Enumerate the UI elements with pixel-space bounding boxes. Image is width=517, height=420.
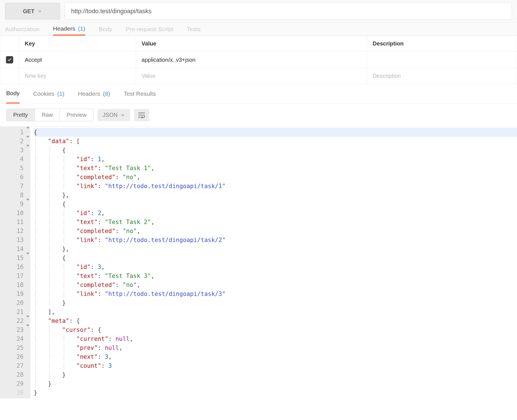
code-line: │ │ │ "id": 3, xyxy=(34,262,517,271)
fold-toggle-icon[interactable] xyxy=(26,127,29,136)
code-line: │ │ │ "id": 1, xyxy=(34,155,517,164)
code-line: │ │ │ "current": null, xyxy=(34,334,517,343)
code-line: │ │ } xyxy=(34,370,517,379)
code-line: │ } xyxy=(34,379,517,388)
wrap-lines-button[interactable] xyxy=(134,109,149,121)
line-number: 26 xyxy=(7,352,29,361)
http-method-label: GET xyxy=(23,8,34,15)
chevron-down-icon xyxy=(121,113,125,117)
headers-col-toggle xyxy=(0,36,19,52)
header-enable-checkbox[interactable] xyxy=(6,56,13,63)
code-line: │ │ }, xyxy=(34,245,517,254)
body-format-dropdown[interactable]: JSON xyxy=(97,109,130,121)
line-number: 2 xyxy=(7,137,29,146)
header-description-cell[interactable] xyxy=(367,52,517,68)
cookies-count-badge: (1) xyxy=(57,90,65,97)
fold-toggle-icon[interactable] xyxy=(26,136,29,145)
code-line: │ │ │ "completed": "no", xyxy=(34,173,517,182)
code-line: │ "data": [ xyxy=(34,137,517,146)
view-pretty[interactable]: Pretty xyxy=(6,109,35,121)
chevron-down-icon xyxy=(37,9,42,14)
line-number: 30 xyxy=(7,388,29,397)
code-line: │ │ │ "text": "Test Task 3", xyxy=(34,271,517,280)
header-key-cell[interactable]: Accept xyxy=(19,52,136,68)
line-number: 17 xyxy=(7,271,29,280)
line-number: 6 xyxy=(7,173,29,182)
headers-col-description: Description xyxy=(367,36,517,52)
code-line: │ │ │ "text": "Test Task 1", xyxy=(34,164,517,173)
line-number: 29 xyxy=(7,379,29,388)
resp-headers-count-badge: (8) xyxy=(103,90,110,97)
resp-tab-test-results[interactable]: Test Results xyxy=(124,84,156,103)
code-line: │ "meta": { xyxy=(34,316,517,325)
code-line: { xyxy=(34,128,517,137)
code-line: │ │ │ "link": "http://todo.test/dingoapi… xyxy=(34,289,517,298)
code-line: │ │ } xyxy=(34,298,517,307)
code-line: │ │ "cursor": { xyxy=(34,325,517,334)
line-number: 18 xyxy=(7,280,29,289)
tab-body[interactable]: Body xyxy=(99,23,112,35)
header-value-cell[interactable]: application/x..v3+json xyxy=(136,52,367,68)
fold-toggle-icon[interactable] xyxy=(26,316,29,324)
header-description-input[interactable]: Description xyxy=(367,68,517,84)
tab-prerequest[interactable]: Pre-request Script xyxy=(126,23,173,35)
code-line: │ │ { xyxy=(34,200,517,209)
code-line: │ │ }, xyxy=(34,191,517,200)
code-line: │ │ │ "id": 2, xyxy=(34,209,517,218)
line-number: 9 xyxy=(7,200,29,209)
fold-toggle-icon[interactable] xyxy=(26,253,29,261)
line-number: 3 xyxy=(7,146,29,155)
wrap-icon xyxy=(138,112,145,118)
response-body-source[interactable]: {│ "data": [│ │ {│ │ │ "id": 1,│ │ │ "te… xyxy=(30,127,517,398)
http-method-dropdown[interactable]: GET xyxy=(5,3,60,20)
fold-toggle-icon[interactable] xyxy=(26,325,29,333)
response-body-viewer: 1234567891011121314151617181920212223242… xyxy=(0,126,517,398)
code-line: │ │ │ "completed": "no", xyxy=(34,280,517,289)
resp-tab-headers[interactable]: Headers (8) xyxy=(78,84,110,103)
fold-toggle-icon[interactable] xyxy=(26,199,29,207)
line-number: 11 xyxy=(7,218,29,227)
line-number-gutter: 1234567891011121314151617181920212223242… xyxy=(0,127,30,398)
fold-toggle-icon[interactable] xyxy=(26,145,29,154)
code-line: } xyxy=(34,388,517,397)
body-format-label: JSON xyxy=(103,112,117,118)
tab-authorization[interactable]: Authorization xyxy=(5,23,40,35)
headers-count-badge: (1) xyxy=(78,25,85,32)
line-number: 1 xyxy=(7,128,29,137)
line-number: 16 xyxy=(7,262,29,271)
line-number: 4 xyxy=(7,155,29,164)
tab-headers[interactable]: Headers (1) xyxy=(53,23,85,36)
code-line: │ │ { xyxy=(34,146,517,155)
code-line: │ │ │ "link": "http://todo.test/dingoapi… xyxy=(34,236,517,245)
tab-tests[interactable]: Tests xyxy=(187,23,201,35)
resp-tab-body[interactable]: Body xyxy=(6,84,20,104)
view-preview[interactable]: Preview xyxy=(60,109,93,121)
code-line: │ │ { xyxy=(34,254,517,262)
code-line: │ │ │ "prev": null, xyxy=(34,343,517,352)
check-icon xyxy=(7,58,12,62)
line-number: 7 xyxy=(7,182,29,191)
line-number: 5 xyxy=(7,164,29,173)
line-number: 19 xyxy=(7,289,29,298)
header-value-input[interactable]: Value xyxy=(136,68,367,84)
code-line: │ │ │ "completed": "no", xyxy=(34,227,517,236)
request-url-input[interactable] xyxy=(65,3,512,20)
line-number: 21 xyxy=(7,307,29,316)
code-line: │ │ │ "next": 3, xyxy=(34,352,517,361)
response-toolbar: Pretty Raw Preview JSON xyxy=(0,104,517,126)
header-key-input[interactable]: New key xyxy=(19,68,136,84)
resp-tab-cookies[interactable]: Cookies (1) xyxy=(33,84,64,103)
line-number: 12 xyxy=(7,227,29,236)
code-line: │ │ │ "text": "Test Task 2", xyxy=(34,218,517,227)
line-number: 23 xyxy=(7,325,29,334)
request-bar: GET xyxy=(0,0,517,23)
line-number: 24 xyxy=(7,334,29,343)
headers-table: Key Value Description Accept application… xyxy=(0,36,517,84)
headers-col-key: Key xyxy=(19,36,136,52)
line-number: 25 xyxy=(7,343,29,352)
view-raw[interactable]: Raw xyxy=(35,109,60,121)
header-row-new: New key Value Description xyxy=(0,68,517,84)
line-number: 28 xyxy=(7,370,29,379)
code-line: │ │ │ "count": 3 xyxy=(34,361,517,370)
line-number: 22 xyxy=(7,316,29,325)
